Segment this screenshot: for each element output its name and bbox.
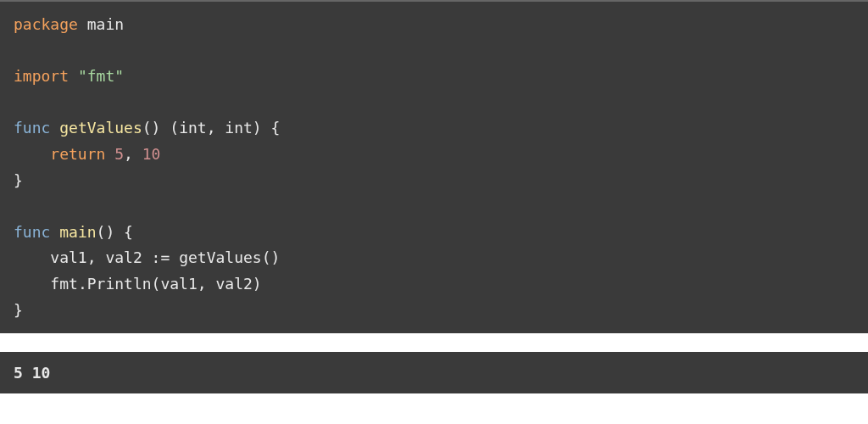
package-ref: fmt [50,275,78,293]
identifier: val2 [215,275,252,293]
code-line: } [14,171,23,189]
paren-open: ( [152,275,161,293]
code-line: func getValues() (int, int) { [14,119,280,137]
code-line: package main [14,15,124,33]
identifier: val2 [105,248,142,266]
number-literal: 5 [114,145,124,163]
dot: . [78,275,87,293]
keyword-func: func [14,119,50,137]
output-block: 5 10 [0,352,868,393]
code-line: return 5, 10 [14,145,160,163]
identifier: val1 [160,275,197,293]
comma: , [87,248,97,266]
comma: , [207,119,216,137]
paren-close: ) [253,119,262,137]
method-name: Println [87,275,152,293]
paren-open: ( [170,119,179,137]
import-string: "fmt" [78,67,124,85]
code-line: import "fmt" [14,67,124,85]
params: () [142,119,161,137]
package-name: main [87,15,124,33]
comma: , [198,275,207,293]
comma: , [124,145,133,163]
brace-open: { [271,119,281,137]
code-block: package main import "fmt" func getValues… [0,0,868,333]
params: () [97,223,115,241]
brace-close: } [14,171,23,189]
func-call: getValues [179,248,262,266]
brace-open: { [124,223,133,241]
code-line: func main() { [14,223,133,241]
indent [14,145,50,163]
parens: () [262,248,281,266]
type-int: int [225,119,253,137]
identifier: val1 [50,248,86,266]
keyword-import: import [14,67,69,85]
paren-close: ) [253,275,262,293]
func-name: getValues [59,119,142,137]
code-line: fmt.Println(val1, val2) [14,275,262,293]
number-literal: 10 [142,145,161,163]
code-line: val1, val2 := getValues() [14,248,280,266]
indent [14,275,50,293]
keyword-package: package [14,15,78,33]
assign-op: := [152,248,170,266]
keyword-return: return [50,145,105,163]
type-int: int [179,119,207,137]
output-text: 5 10 [14,364,50,382]
keyword-func: func [14,223,50,241]
indent [14,248,50,266]
func-name: main [59,223,96,241]
code-line: } [14,301,23,319]
brace-close: } [14,301,23,319]
